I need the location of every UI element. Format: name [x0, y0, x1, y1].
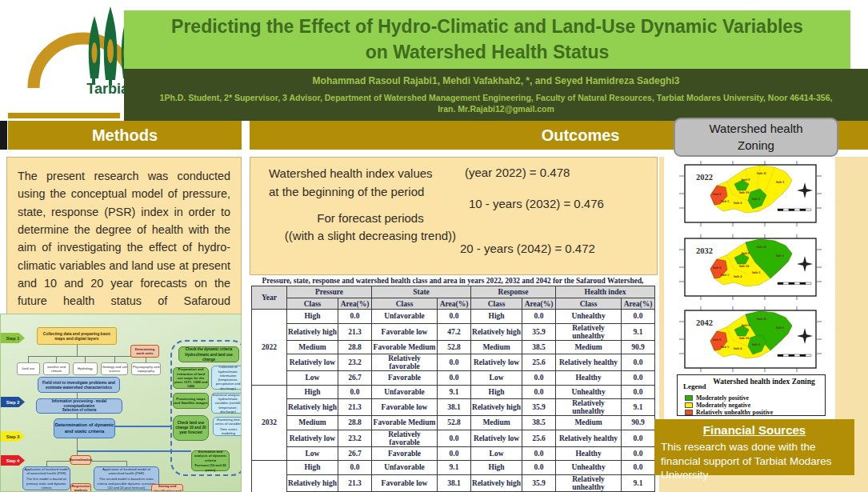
table-row: Low26.7Favorable0.0Low0.0Healthy0.0 [252, 371, 655, 386]
flowchart-check-dynamic-line1: Check the dynamic criteria [186, 347, 232, 352]
flowchart-model2-line1: Application of localized model of waters… [94, 467, 158, 476]
table-cell: Relatively low [471, 430, 522, 446]
table-cell: 0.0 [438, 310, 471, 324]
scale-bar-icon [794, 209, 800, 211]
flowchart-category-physiography: Physiography and topography [131, 362, 161, 375]
map-sub-label: Sub-6 [713, 192, 721, 196]
flowchart-model1-box: Application of localized model of waters… [22, 466, 70, 490]
map-sub-label: Sub-11 [757, 317, 766, 321]
table-cell: Low [287, 446, 338, 461]
table-subheader: Class [471, 298, 522, 310]
map-legend: Watershed health index Zoning Legend Mod… [677, 374, 826, 416]
table-cell: 0.0 [522, 461, 556, 475]
map-sub-label: Sub-10 [739, 264, 750, 268]
table-cell: 0.0 [522, 310, 556, 324]
scale-bar-icon [778, 209, 783, 211]
table-cell: 25.6 [522, 430, 556, 446]
flowchart-collection-info-box: Collection of hydroclimatic information … [211, 366, 242, 390]
table-cell: 23.2 [338, 430, 372, 446]
flowchart-estimation-line2: Forecast (10 and 20 years) [192, 463, 229, 472]
left-dark-edge [0, 121, 7, 150]
table-cell: Unfavorable [372, 310, 438, 324]
map-year-label: 2022 [696, 173, 713, 182]
outcomes-left-line2: at the beginning of the period [269, 183, 433, 202]
flowchart-processing-maps-box: Processing maps and Satellite images [173, 393, 209, 409]
table-cell: 21.3 [338, 474, 372, 491]
table-cell: 90.9 [622, 416, 655, 430]
scale-bar-icon [789, 209, 794, 211]
table-cell: 21.3 [338, 399, 372, 416]
outcomes-text-box: Watershed health index values at the beg… [250, 157, 658, 275]
table-cell: High [471, 461, 522, 475]
table-cell: Relatively high [471, 474, 522, 491]
table-cell: 26.7 [338, 371, 372, 386]
legend-entry-label: Relatively unhealthy positive [696, 409, 773, 416]
author-band: Mohammad Rasoul Rajabi1, Mehdi Vafakhah2… [124, 69, 868, 121]
table-cell: 0.0 [622, 371, 655, 386]
table-cell: 38.1 [438, 474, 471, 491]
table-cell: Relatively healthy [556, 354, 622, 371]
table-cell: 0.0 [438, 430, 471, 446]
flowchart-model1-line1: Application of localized model of waters… [23, 467, 70, 476]
table-row: Relatively low23.2Relatively favorable0.… [252, 430, 655, 446]
table-cell: Unhealthy [556, 385, 622, 399]
scale-bar-icon [789, 354, 794, 357]
flowchart-prep-maps-box: Preparation and extraction of land use m… [173, 367, 209, 389]
legend-header: Legend [683, 382, 706, 390]
table-year-cell: 2022 [252, 310, 287, 386]
map-sub-label: Sub-1 [776, 254, 784, 258]
map-sub-label: Sub-6 [713, 338, 721, 342]
scale-bar-icon [800, 354, 806, 357]
table-cell: High [287, 461, 338, 475]
legend-swatch-icon [685, 410, 693, 415]
legend-title: Watershed health index Zoning [705, 378, 823, 386]
table-header-group: Health index [556, 286, 655, 298]
table-header-year: Year [252, 286, 287, 310]
flowchart-check-dynamic-line2: Hydroclimatic and land use change [179, 353, 238, 362]
scale-bar-icon [794, 354, 800, 357]
table-row: Low26.7Favorable0.0Low0.0Healthy0.0 [252, 446, 655, 461]
table-header-group: Pressure [287, 286, 372, 298]
table-cell: 28.8 [338, 416, 372, 430]
table-cell: 0.0 [338, 461, 372, 475]
table-row: 2042High0.0Unfavorable9.1High0.0Unhealth… [252, 461, 655, 475]
table-header-group: Response [471, 286, 556, 298]
legend-entry: Moderately positive [685, 394, 749, 402]
flowchart-step4-arrow: Step 4 [1, 455, 25, 466]
table-cell: Favorable Medium [372, 340, 438, 354]
table-cell: Unfavorable [372, 385, 438, 399]
flowchart-zoning-box: Zoning and classification and [151, 484, 183, 492]
table-cell: 90.9 [622, 340, 655, 354]
flowchart-estimation-line1: Estimation and analysis of dynamic crite… [192, 450, 229, 462]
table-year-cell: 2042 [252, 461, 287, 492]
table-cell: 38.5 [522, 416, 556, 430]
table-cell: 9.1 [438, 461, 471, 475]
table-cell: High [471, 310, 522, 324]
table-cell: Relatively low [287, 430, 338, 446]
table-cell: 0.0 [622, 310, 655, 324]
map-sub-label: Sub-4 [734, 346, 742, 350]
table-cell: 26.7 [338, 446, 372, 461]
table-cell: 28.8 [338, 340, 372, 354]
table-cell: 38.1 [438, 399, 471, 416]
methods-header: Methods [8, 121, 242, 150]
table-cell: 23.2 [338, 354, 372, 371]
table-cell: Medium [556, 340, 622, 354]
flowchart-model2-box: Application of localized model of waters… [94, 466, 159, 490]
table-cell: Favorable [372, 371, 438, 386]
table-cell: 35.9 [522, 323, 556, 340]
map-sub-label: Sub-11 [757, 171, 766, 175]
table-row: Relatively low23.2Relatively favorable0.… [252, 354, 655, 371]
map-sub-label: Sub-5 [721, 273, 729, 277]
table-cell: Low [471, 446, 522, 461]
legend-entry-label: Moderately negative [696, 402, 750, 409]
zoning-map-2022: 2022Sub-11Sub-1Sub-9Sub-10Sub-3Sub-6Sub-… [677, 158, 824, 229]
table-cell: 25.6 [522, 354, 556, 371]
table-cell: 0.0 [622, 354, 655, 371]
table-cell: Low [471, 371, 522, 386]
zoning-header-line2: Zoning [738, 138, 774, 154]
zoning-header: Watershed health Zoning [674, 118, 838, 157]
table-cell: 47.2 [438, 323, 471, 340]
flowchart-model2-line2: The second model is based on static crit… [94, 477, 158, 490]
table-cell: 0.0 [622, 446, 655, 461]
